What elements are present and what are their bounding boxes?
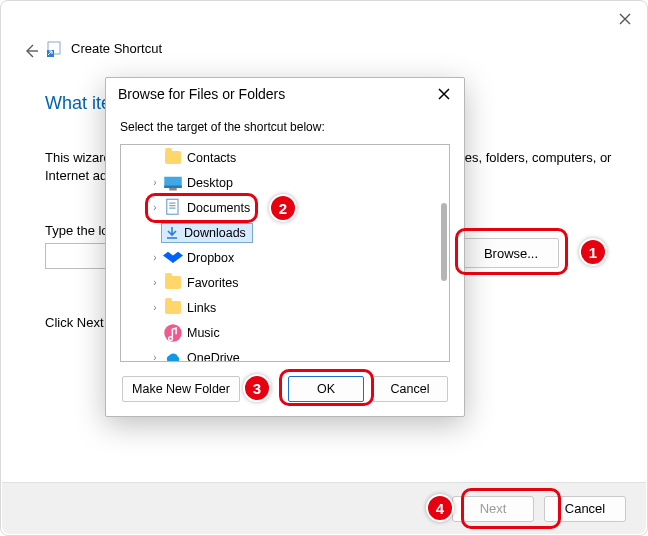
tree-item-label: Desktop — [187, 176, 233, 190]
close-icon[interactable] — [617, 11, 633, 27]
ok-button[interactable]: OK — [288, 376, 364, 402]
next-button-label: Next — [480, 501, 507, 516]
chevron-right-icon[interactable]: › — [149, 352, 161, 362]
wizard-heading: What ite — [45, 93, 111, 114]
browse-dialog: Browse for Files or Folders Select the t… — [105, 77, 465, 417]
close-icon[interactable] — [436, 86, 452, 102]
make-new-folder-label: Make New Folder — [132, 382, 230, 396]
annotation-badge: 1 — [579, 238, 607, 266]
tree-item-label: OneDrive — [187, 351, 240, 363]
scrollbar-thumb[interactable] — [441, 203, 447, 281]
svg-rect-3 — [164, 185, 182, 188]
wizard-window: Create Shortcut What ite This wizard hel… — [0, 0, 648, 536]
tree-item-links[interactable]: › Links — [121, 295, 449, 320]
cancel-button[interactable]: Cancel — [544, 496, 626, 522]
downloads-icon — [164, 225, 180, 241]
browse-button-label: Browse... — [484, 246, 538, 261]
back-arrow-icon[interactable] — [23, 43, 39, 59]
dialog-title: Browse for Files or Folders — [118, 86, 285, 102]
chevron-right-icon[interactable]: › — [149, 177, 161, 188]
folder-icon — [163, 273, 183, 293]
tree-item-music[interactable]: Music — [121, 320, 449, 345]
svg-rect-4 — [169, 188, 177, 191]
documents-icon — [163, 198, 183, 218]
wizard-title: Create Shortcut — [71, 41, 162, 56]
tree-item-desktop[interactable]: › Desktop — [121, 170, 449, 195]
type-location-label: Type the lo — [45, 223, 109, 238]
cancel-button[interactable]: Cancel — [372, 376, 448, 402]
click-next-label: Click Next — [45, 315, 104, 330]
chevron-right-icon[interactable]: › — [149, 277, 161, 288]
folder-icon — [163, 298, 183, 318]
tree-item-label: Favorites — [187, 276, 238, 290]
make-new-folder-button[interactable]: Make New Folder — [122, 376, 240, 402]
music-icon — [163, 323, 183, 343]
tree-item-label: Contacts — [187, 151, 236, 165]
tree-item-onedrive[interactable]: › OneDrive — [121, 345, 449, 362]
dialog-title-bar: Browse for Files or Folders — [106, 78, 464, 106]
wizard-footer: Next Cancel — [2, 482, 646, 534]
ok-button-label: OK — [317, 382, 335, 396]
folder-tree[interactable]: Contacts › Desktop › Documents — [120, 144, 450, 362]
svg-rect-5 — [167, 199, 178, 214]
tree-item-downloads[interactable]: Downloads — [121, 220, 449, 245]
chevron-right-icon[interactable]: › — [149, 252, 161, 263]
tree-item-favorites[interactable]: › Favorites — [121, 270, 449, 295]
dropbox-icon — [163, 248, 183, 268]
tree-item-label: Downloads — [184, 226, 246, 240]
tree-item-label: Links — [187, 301, 216, 315]
tree-item-contacts[interactable]: Contacts — [121, 145, 449, 170]
desktop-icon — [163, 173, 183, 193]
onedrive-icon — [163, 348, 183, 363]
tree-item-dropbox[interactable]: › Dropbox — [121, 245, 449, 270]
folder-icon — [163, 148, 183, 168]
cancel-button-label: Cancel — [565, 501, 605, 516]
chevron-right-icon[interactable]: › — [149, 302, 161, 313]
cancel-button-label: Cancel — [391, 382, 430, 396]
chevron-right-icon[interactable]: › — [149, 202, 161, 213]
dialog-subtitle: Select the target of the shortcut below: — [120, 112, 450, 144]
tree-item-label: Music — [187, 326, 220, 340]
shortcut-wizard-icon — [47, 39, 65, 57]
browse-button[interactable]: Browse... — [463, 238, 559, 268]
next-button[interactable]: Next — [452, 496, 534, 522]
tree-item-label: Dropbox — [187, 251, 234, 265]
tree-item-label: Documents — [187, 201, 250, 215]
tree-item-documents[interactable]: › Documents — [121, 195, 449, 220]
